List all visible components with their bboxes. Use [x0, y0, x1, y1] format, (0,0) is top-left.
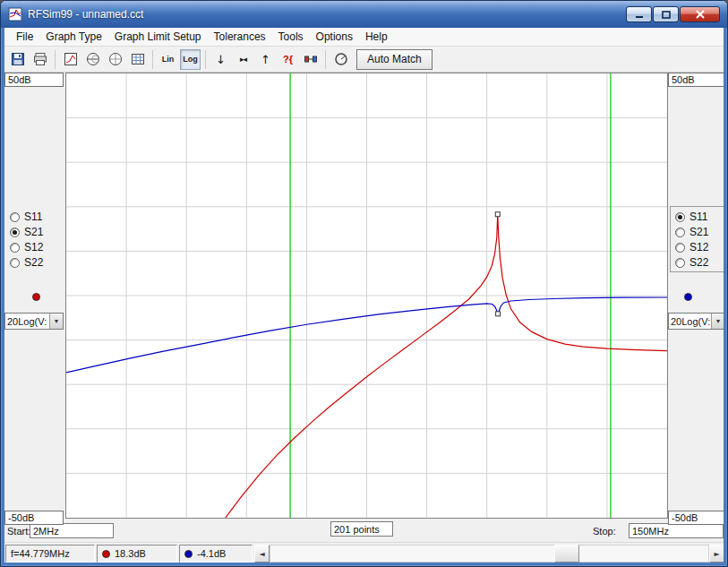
marker-seek-button[interactable]: ▸◂	[233, 49, 253, 70]
app-icon	[8, 7, 22, 21]
up-arrow-icon: ↑	[261, 53, 270, 66]
radio-icon	[10, 243, 20, 253]
rectangular-graph-icon	[64, 52, 78, 66]
titlebar[interactable]: RFSim99 - unnamed.cct	[1, 1, 727, 28]
menu-tools[interactable]: Tools	[272, 28, 310, 46]
left-radio-s22[interactable]: S22	[10, 255, 65, 270]
print-button[interactable]	[30, 49, 50, 70]
chevron-down-icon[interactable]: ▼	[711, 314, 724, 329]
window-title: RFSim99 - unnamed.cct	[28, 8, 143, 21]
save-button[interactable]	[7, 49, 28, 70]
points-input[interactable]	[330, 521, 393, 537]
rectangular-graph-button[interactable]	[60, 49, 81, 70]
save-icon	[11, 52, 25, 66]
menu-help[interactable]: Help	[359, 28, 394, 46]
tune-button[interactable]	[330, 49, 351, 70]
red-trace-dot	[102, 550, 110, 558]
left-top-scale-label: 50dB	[4, 73, 64, 87]
polar-graph-icon	[108, 52, 123, 66]
left-format-select[interactable]: 20Log(V: ▼	[4, 313, 64, 330]
client-area: File Graph Type Graph Limit Setup Tolera…	[4, 28, 724, 563]
tune-dial-icon	[334, 52, 348, 66]
linear-scale-button[interactable]: Lin	[158, 49, 178, 70]
minimize-icon	[635, 11, 644, 19]
stop-label: Stop:	[593, 526, 616, 537]
close-icon	[695, 10, 706, 19]
graph-canvas[interactable]	[66, 73, 667, 518]
left-bottom-scale-label: -50dB	[4, 511, 64, 525]
smith-chart-icon	[86, 52, 100, 66]
scroll-left-button[interactable]: ◄	[254, 545, 270, 563]
right-radio-s21[interactable]: S21	[675, 225, 724, 239]
right-bottom-scale-label: -50dB	[668, 511, 724, 525]
smith-chart-button[interactable]	[82, 49, 103, 70]
radio-checked-icon	[10, 228, 20, 237]
right-trace-color-dot	[684, 293, 692, 301]
right-top-scale-label: 50dB	[668, 73, 724, 87]
left-radio-s11[interactable]: S11	[10, 210, 65, 224]
radio-checked-icon	[675, 212, 685, 222]
toolbar-separator	[55, 50, 56, 69]
right-radio-s22[interactable]: S22	[675, 255, 724, 270]
menu-graph-limit-setup[interactable]: Graph Limit Setup	[108, 28, 208, 46]
menu-graph-type[interactable]: Graph Type	[39, 28, 107, 46]
query-icon: ?{	[283, 54, 293, 64]
auto-match-button[interactable]: Auto Match	[356, 49, 433, 70]
polar-graph-button[interactable]	[105, 49, 125, 70]
seek-markers-icon: ▸◂	[240, 55, 246, 64]
radio-icon	[675, 243, 685, 253]
frequency-scrollbar-thumb[interactable]	[554, 545, 579, 563]
left-radio-s12[interactable]: S12	[10, 240, 65, 254]
maximize-icon	[662, 11, 671, 19]
right-trace-group: S11 S21 S12 S22	[670, 206, 724, 272]
query-value-button[interactable]: ?{	[278, 49, 298, 70]
left-radio-s21[interactable]: S21	[10, 225, 65, 239]
toolbar: Lin Log ↓ ▸◂ ↑ ?{	[4, 47, 724, 73]
scroll-right-button[interactable]: ►	[709, 545, 724, 563]
close-button[interactable]	[680, 6, 720, 22]
toolbar-separator	[205, 50, 206, 69]
start-frequency-input[interactable]	[30, 523, 114, 538]
red-readout-panel: 18.3dB	[97, 545, 177, 563]
circuit-button[interactable]	[300, 49, 321, 70]
stop-frequency-input[interactable]	[629, 523, 724, 538]
menu-options[interactable]: Options	[310, 28, 359, 46]
minimize-button[interactable]	[626, 6, 652, 22]
menu-tolerances[interactable]: Tolerances	[208, 28, 272, 46]
right-format-select[interactable]: 20Log(V: ▼	[668, 313, 724, 330]
left-trace-color-dot	[32, 293, 40, 301]
blue-trace-dot	[184, 550, 193, 558]
table-icon	[131, 52, 145, 66]
print-icon	[33, 52, 47, 66]
log-scale-button[interactable]: Log	[180, 49, 201, 70]
right-radio-s12[interactable]: S12	[675, 240, 724, 254]
graph-plot[interactable]	[65, 73, 668, 519]
start-label: Start:	[7, 526, 30, 537]
status-bar: f=44.779MHz 18.3dB -4.1dB ◄ ►	[4, 542, 724, 563]
frequency-scrollbar-track[interactable]	[270, 545, 709, 563]
radio-icon	[675, 258, 685, 268]
app-window: RFSim99 - unnamed.cct File Graph Type Gr…	[0, 0, 728, 567]
circuit-icon	[304, 52, 318, 66]
chevron-down-icon[interactable]: ▼	[49, 314, 63, 329]
blue-readout-panel: -4.1dB	[179, 545, 253, 563]
menu-file[interactable]: File	[10, 28, 39, 46]
marker-up-button[interactable]: ↑	[255, 49, 276, 70]
sweep-bar: Start: Stop:	[4, 519, 724, 542]
radio-icon	[10, 212, 20, 222]
right-radio-s11[interactable]: S11	[675, 210, 724, 224]
radio-icon	[10, 258, 20, 268]
menubar: File Graph Type Graph Limit Setup Tolera…	[4, 28, 724, 47]
toolbar-separator	[152, 50, 153, 69]
marker-down-button[interactable]: ↓	[210, 49, 231, 70]
table-view-button[interactable]	[127, 49, 148, 70]
toolbar-separator	[325, 50, 326, 69]
left-trace-group: S11 S21 S12 S22	[10, 210, 65, 271]
maximize-button[interactable]	[653, 6, 679, 22]
radio-icon	[675, 228, 685, 237]
cursor-frequency-panel: f=44.779MHz	[5, 545, 95, 563]
down-arrow-icon: ↓	[216, 53, 226, 66]
